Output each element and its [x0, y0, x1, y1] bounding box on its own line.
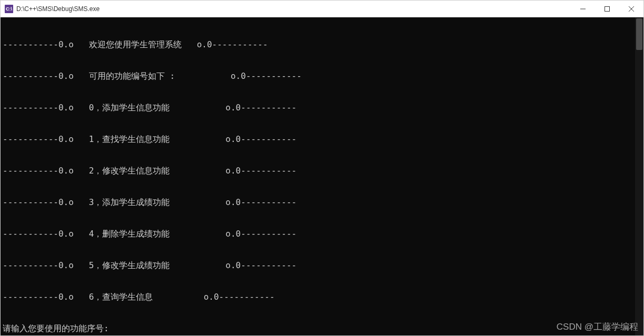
- console-line: -----------0.o 2，修改学生信息功能 o.0-----------: [3, 166, 641, 176]
- close-icon: [629, 6, 634, 12]
- maximize-button[interactable]: [595, 1, 619, 17]
- console-prompt: 请输入您要使用的功能序号:: [3, 323, 641, 334]
- console-line: -----------0.o 5，修改学生成绩功能 o.0-----------: [3, 260, 641, 271]
- window-title: D:\C++\SMS\Debug\SMS.exe: [16, 5, 571, 13]
- app-icon: C:\: [5, 5, 13, 13]
- console-line: -----------0.o 可用的功能编号如下 : o.0----------…: [3, 71, 641, 82]
- minimize-button[interactable]: [571, 1, 595, 17]
- scrollbar-thumb[interactable]: [636, 18, 642, 50]
- console-line: -----------0.o 3，添加学生成绩功能 o.0-----------: [3, 197, 641, 208]
- maximize-icon: [605, 6, 610, 12]
- console-line: -----------0.o 1，查找学生信息功能 o.0-----------: [3, 134, 641, 145]
- console-line: -----------0.o 6，查询学生信息 o.0-----------: [3, 292, 641, 302]
- window-controls: [571, 1, 643, 17]
- console-line: -----------0.o 0，添加学生信息功能 o.0-----------: [3, 103, 641, 113]
- console-line: -----------0.o 4，删除学生成绩功能 o.0-----------: [3, 229, 641, 239]
- titlebar[interactable]: C:\ D:\C++\SMS\Debug\SMS.exe: [1, 1, 643, 17]
- console-output[interactable]: -----------0.o 欢迎您使用学生管理系统 o.0----------…: [1, 17, 643, 335]
- svg-rect-1: [605, 6, 610, 11]
- console-line: -----------0.o 欢迎您使用学生管理系统 o.0----------…: [3, 39, 641, 50]
- close-button[interactable]: [619, 1, 643, 17]
- scrollbar-track[interactable]: [635, 17, 643, 335]
- app-window: C:\ D:\C++\SMS\Debug\SMS.exe -----------…: [0, 0, 644, 336]
- minimize-icon: [580, 6, 586, 12]
